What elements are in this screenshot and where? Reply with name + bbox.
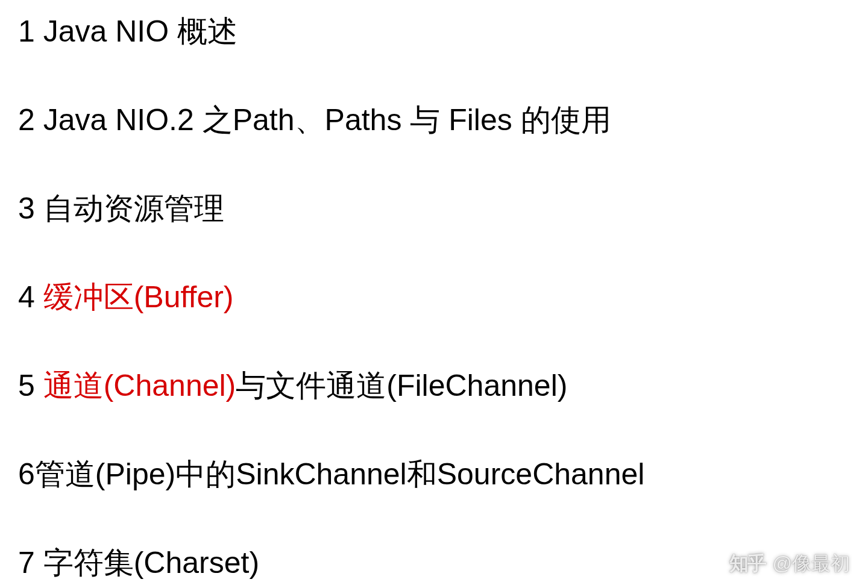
watermark-author: @像最初 [773,551,850,577]
item-text: 通道(Channel) [35,369,236,402]
item-text: Java NIO 概述 [35,14,237,48]
item-text: Java NIO.2 之Path、Paths 与 Files 的使用 [35,103,611,137]
item-number: 1 [18,14,35,48]
item-number: 5 [18,369,35,402]
item-text: 管道(Pipe)中的SinkChannel和SourceChannel [35,457,645,491]
item-number: 7 [18,546,35,580]
list-item: 5 通道(Channel)与文件通道(FileChannel) [18,366,850,405]
item-number: 3 [18,192,35,225]
list-item: 6管道(Pipe)中的SinkChannel和SourceChannel [18,455,850,494]
item-text: 缓冲区(Buffer) [35,280,234,314]
list-item: 7 字符集(Charset) [18,543,850,583]
item-text: 自动资源管理 [35,192,224,225]
list-item: 1 Java NIO 概述 [18,12,850,51]
outline-list: 1 Java NIO 概述 2 Java NIO.2 之Path、Paths 与… [18,12,850,583]
item-text: 字符集(Charset) [35,546,259,580]
item-number: 2 [18,103,35,137]
item-number: 4 [18,280,35,314]
list-item: 4 缓冲区(Buffer) [18,278,850,317]
watermark-logo: 知乎 [729,551,766,577]
item-number: 6 [18,457,35,491]
item-text: 与文件通道(FileChannel) [236,369,567,402]
watermark: 知乎 @像最初 [729,551,850,577]
list-item: 2 Java NIO.2 之Path、Paths 与 Files 的使用 [18,101,850,140]
list-item: 3 自动资源管理 [18,189,850,228]
